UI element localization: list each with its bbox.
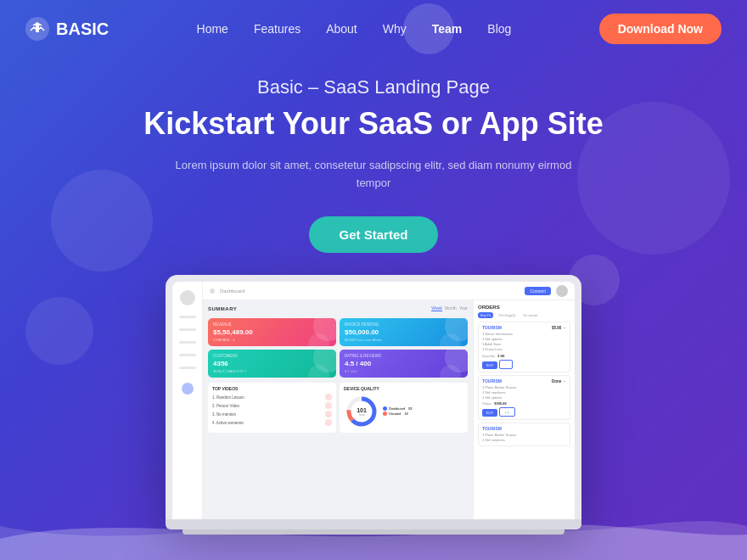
card-customers-label: CUSTOMERS <box>213 354 331 358</box>
video-item-3: 3. No mention <box>212 412 236 417</box>
dashboard-left-panel: SUMMARY Week Month Year <box>203 300 473 519</box>
video-item-1: 1. Random Lesson <box>212 395 244 400</box>
orders-tab-transit[interactable]: On transit <box>520 312 540 318</box>
sidebar-nav-item-5 <box>179 367 196 369</box>
card-rating-sub: 4.7 | 4.5 <box>345 369 463 373</box>
order-row-2-1: 1 Plane Barber Source <box>482 385 566 389</box>
topbar-avatar <box>556 285 568 297</box>
device-quality-panel: DEVICE QUALITY <box>340 383 468 433</box>
nav-active-bg <box>403 3 454 54</box>
logo[interactable]: BASIC <box>25 17 109 41</box>
orders-tabs: Buy Fit Pending(4) On transit <box>478 312 570 318</box>
nav-link-about[interactable]: About <box>326 22 357 36</box>
sidebar-nav-item-1 <box>179 316 196 318</box>
nav-item-home[interactable]: Home <box>197 21 228 36</box>
video-row-2: 2. Person Video <box>212 402 332 409</box>
top-videos-panel: TOP VIDEOS 1. Random Lesson 2. Person Vi… <box>208 383 336 433</box>
video-icon-1 <box>325 394 332 400</box>
order-header-1: TOURISM $5.90 → <box>482 325 566 330</box>
order-row-1-4: 1 Guest Less <box>482 347 566 351</box>
order-buy-btn-1[interactable]: BUY <box>482 361 497 369</box>
order-actions-1: Quantity 3 SE <box>482 354 566 358</box>
topbar-text: Dashboard <box>220 288 520 294</box>
tab-year[interactable]: Year <box>459 305 468 311</box>
get-started-button[interactable]: Get Started <box>309 216 439 253</box>
legend-dot-distributed <box>383 406 387 411</box>
order-status-val1: $306.86 <box>494 401 506 406</box>
top-videos-title: TOP VIDEOS <box>212 386 332 391</box>
order-stats-2: Status $306.86 <box>482 401 566 406</box>
donut-value: 101 <box>357 407 367 413</box>
hero-title: Kickstart Your SaaS or App Site <box>17 105 730 142</box>
orders-tab-buyfit[interactable]: Buy Fit <box>478 312 493 318</box>
order-counter-btn-2[interactable]: + | - <box>499 407 515 417</box>
nav-links: Home Features About Why Team Blog <box>197 21 512 36</box>
legend-label-unrated: Unrated <box>389 412 401 416</box>
download-button[interactable]: Download Now <box>599 14 722 44</box>
card-revenue-sub: COMPARE : 4 <box>213 338 331 342</box>
sidebar-nav-item-3 <box>179 341 196 344</box>
order-title-3: TOURISM <box>482 426 502 431</box>
order-row-2-3: 1 Std options <box>482 395 566 400</box>
dashboard-body: SUMMARY Week Month Year <box>203 300 575 519</box>
nav-item-blog[interactable]: Blog <box>487 21 511 36</box>
order-row-3-2: 1 Std mentions <box>482 438 566 442</box>
summary-tabs: Week Month Year <box>431 305 468 311</box>
order-qty-label: Quantity <box>482 354 495 358</box>
nav-item-features[interactable]: Features <box>254 21 300 36</box>
card-rating-label: RATING & REVIEWS <box>345 354 463 358</box>
order-row-1-2: 1 Std options <box>482 337 566 341</box>
order-title-1: TOURISM <box>482 325 502 330</box>
order-row-1-1: 1 Senior Information <box>482 332 566 336</box>
video-row-4: 4. Active someone <box>212 419 332 426</box>
video-item-4: 4. Active someone <box>212 421 244 425</box>
laptop-mockup: Dashboard Connect SUMMARY Week <box>166 275 581 535</box>
donut-label: Total <box>357 413 367 417</box>
nav-link-home[interactable]: Home <box>197 22 228 36</box>
legend-value-unrated: 18 <box>404 412 407 416</box>
legend-dot-unrated <box>383 412 387 416</box>
orders-title: ORDERS <box>478 305 570 310</box>
order-title-2: TOURISM <box>482 378 502 384</box>
video-row-1: 1. Random Lesson <box>212 394 332 400</box>
dashboard-topbar: Dashboard Connect <box>203 282 575 300</box>
summary-cards: REVENUE $5,50,489.00 COMPARE : 4 INVOICE… <box>208 318 468 378</box>
navbar: BASIC Home Features About Why Team Blog … <box>0 0 747 58</box>
order-row-2-2: 1 Std machines <box>482 390 566 395</box>
hero-content: Basic – SaaS Landing Page Kickstart Your… <box>0 76 747 253</box>
sidebar-avatar <box>180 290 195 305</box>
order-header-2: TOURISM Done → <box>482 378 566 384</box>
sidebar-nav-item-4 <box>179 354 196 356</box>
order-buy-btn-2[interactable]: BUY <box>482 409 497 417</box>
nav-link-blog[interactable]: Blog <box>487 22 511 36</box>
card-invoice-label: INVOICE PENDING <box>345 322 463 327</box>
sidebar-nav-item-2 <box>179 328 196 331</box>
nav-link-features[interactable]: Features <box>254 22 300 36</box>
legend-value-distributed: 83 <box>408 406 412 411</box>
order-back-btn-1[interactable]: ← <box>499 360 513 369</box>
laptop-base <box>166 519 581 529</box>
laptop-outer: Dashboard Connect SUMMARY Week <box>166 275 581 519</box>
donut-center: 101 Total <box>357 407 367 417</box>
summary-title: SUMMARY <box>208 306 237 311</box>
card-customers: CUSTOMERS 4356 38 MoT | SAVE EST 7 <box>208 350 336 378</box>
tab-week[interactable]: Week <box>431 305 442 311</box>
video-row-3: 3. No mention <box>212 411 332 417</box>
donut-wrap: 101 Total Distributed <box>344 394 463 429</box>
deco-circle-2 <box>25 297 93 365</box>
orders-tab-pending[interactable]: Pending(4) <box>496 312 518 318</box>
bottom-panels: TOP VIDEOS 1. Random Lesson 2. Person Vi… <box>208 383 468 433</box>
tab-month[interactable]: Month <box>445 305 457 311</box>
donut-legend: Distributed 83 Unrated 18 <box>383 406 413 417</box>
card-invoice-sub: $9,000 From Last Month <box>345 338 463 342</box>
card-customers-sub: 38 MoT | SAVE EST 7 <box>213 369 331 373</box>
sidebar-nav-icon <box>182 383 194 395</box>
video-icon-3 <box>325 411 332 417</box>
hero-description: Lorem ipsum dolor sit amet, consetetur s… <box>170 157 577 193</box>
nav-item-about[interactable]: About <box>326 21 357 36</box>
order-btns-2: BUY + | - <box>482 407 566 417</box>
legend-item-unrated: Unrated 18 <box>383 412 413 416</box>
device-quality-title: DEVICE QUALITY <box>344 386 463 391</box>
laptop-bottom <box>183 529 564 535</box>
legend-label-distributed: Distributed <box>389 406 405 411</box>
